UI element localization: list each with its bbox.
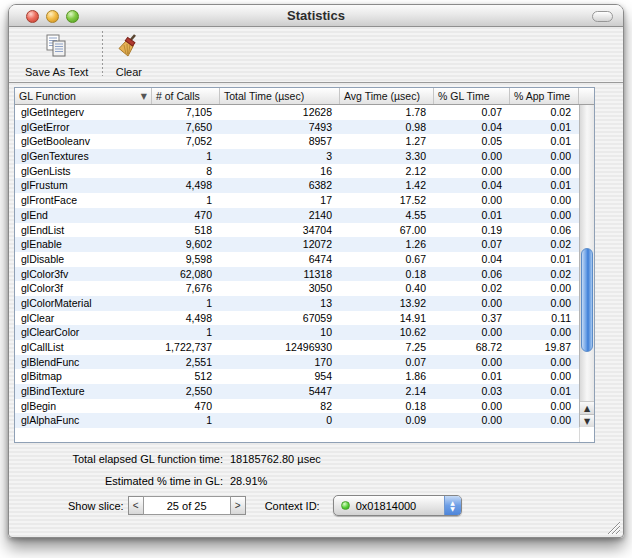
- cell: 1: [152, 413, 220, 428]
- cell: 8: [152, 164, 220, 179]
- table-row[interactable]: glColor3fv62,080113180.180.060.02: [15, 267, 579, 282]
- cell: 0.01: [510, 178, 579, 193]
- column-header[interactable]: Avg Time (µsec): [340, 88, 434, 104]
- cell: 4,498: [152, 178, 220, 193]
- cell: 34704: [220, 223, 340, 238]
- table-row[interactable]: glBlendFunc2,5511700.070.000.00: [15, 355, 579, 370]
- cell: glGetError: [15, 120, 152, 135]
- estimated-time-value: 28.91%: [230, 475, 267, 487]
- total-time-line: Total elapsed GL function time: 18185762…: [25, 453, 321, 465]
- estimated-time-line: Estimated % time in GL: 28.91%: [25, 475, 267, 487]
- cell: glBitmap: [15, 369, 152, 384]
- toolbar: Save As Text Clear: [9, 27, 623, 83]
- clear-button[interactable]: Clear: [115, 33, 142, 78]
- cell: 0.67: [340, 252, 434, 267]
- statistics-window: Statistics Save As Text: [8, 4, 624, 538]
- cell: 0.07: [434, 105, 510, 120]
- next-slice-button[interactable]: >: [231, 496, 246, 515]
- cell: 170: [220, 355, 340, 370]
- cell: 12496930: [220, 340, 340, 355]
- cell: glGetIntegerv: [15, 105, 152, 120]
- slice-input[interactable]: [143, 496, 231, 515]
- vertical-scrollbar[interactable]: ▲ ▼: [579, 105, 594, 427]
- cell: 68.72: [434, 340, 510, 355]
- column-header[interactable]: # of Calls: [152, 88, 220, 104]
- column-header[interactable]: GL Function▼: [15, 88, 152, 104]
- cell: 7,676: [152, 281, 220, 296]
- table-row[interactable]: glClearColor11010.620.000.00: [15, 325, 579, 340]
- cell: 0.01: [510, 252, 579, 267]
- cell: 9,602: [152, 237, 220, 252]
- table-row[interactable]: glFrontFace11717.520.000.00: [15, 193, 579, 208]
- table-row[interactable]: glBitmap5129541.860.010.00: [15, 369, 579, 384]
- context-id-popup[interactable]: 0x01814000 ▲▼: [333, 495, 462, 516]
- cell: 1: [152, 149, 220, 164]
- table-row[interactable]: glDisable9,59864740.670.040.01: [15, 252, 579, 267]
- cell: 0.00: [510, 296, 579, 311]
- toolbar-toggle-button[interactable]: [592, 11, 613, 22]
- table-row[interactable]: glGetBooleanv7,05289571.270.050.01: [15, 134, 579, 149]
- cell: 0.00: [434, 149, 510, 164]
- zoom-button[interactable]: [66, 10, 79, 23]
- cell: 0.01: [510, 134, 579, 149]
- cell: 470: [152, 399, 220, 414]
- table-row[interactable]: glAlphaFunc100.090.000.00: [15, 413, 579, 428]
- table-row[interactable]: glBegin470820.180.000.00: [15, 399, 579, 414]
- cell: 0.05: [434, 134, 510, 149]
- save-as-text-button[interactable]: Save As Text: [25, 33, 88, 78]
- table-row[interactable]: glEnd47021404.550.010.00: [15, 208, 579, 223]
- table-row[interactable]: glCallList1,722,737124969307.2568.7219.8…: [15, 340, 579, 355]
- cell: 1: [152, 325, 220, 340]
- cell: glBegin: [15, 399, 152, 414]
- resize-grip[interactable]: [605, 519, 621, 535]
- cell: 1.27: [340, 134, 434, 149]
- table-row[interactable]: glColorMaterial11313.920.000.00: [15, 296, 579, 311]
- scroll-up-arrow-icon[interactable]: ▲: [580, 401, 594, 414]
- cell: 13: [220, 296, 340, 311]
- scroll-down-arrow-icon[interactable]: ▼: [580, 414, 594, 427]
- cell: 512: [152, 369, 220, 384]
- table-row[interactable]: glBindTexture2,55054472.140.030.01: [15, 384, 579, 399]
- table-row[interactable]: glGenLists8162.120.000.00: [15, 164, 579, 179]
- cell: 0.09: [340, 413, 434, 428]
- cell: 0.00: [434, 413, 510, 428]
- cell: 0.00: [510, 193, 579, 208]
- cell: 0.00: [434, 355, 510, 370]
- column-header[interactable]: Total Time (µsec): [220, 88, 340, 104]
- cell: 0.06: [434, 267, 510, 282]
- previous-slice-button[interactable]: <: [128, 496, 143, 515]
- show-slice-label: Show slice:: [68, 500, 124, 512]
- cell: 0.00: [510, 413, 579, 428]
- close-button[interactable]: [26, 10, 39, 23]
- table-row[interactable]: glFrustum4,49863821.420.040.01: [15, 178, 579, 193]
- popup-stepper-icon: ▲▼: [444, 495, 461, 516]
- cell: 0.06: [510, 223, 579, 238]
- cell: 0.18: [340, 399, 434, 414]
- table-row[interactable]: glClear4,4986705914.910.370.11: [15, 311, 579, 326]
- statistics-table: GL Function▼# of CallsTotal Time (µsec)A…: [14, 87, 595, 443]
- table-row[interactable]: glEnable9,602120721.260.070.02: [15, 237, 579, 252]
- save-as-text-label: Save As Text: [25, 66, 88, 78]
- cell: 0.07: [340, 355, 434, 370]
- table-row[interactable]: glColor3f7,67630500.400.020.00: [15, 281, 579, 296]
- bottom-controls: Show slice: < > Context ID: 0x01814000 ▲…: [68, 495, 462, 516]
- minimize-button[interactable]: [46, 10, 59, 23]
- table-row[interactable]: glGenTextures133.300.000.00: [15, 149, 579, 164]
- cell: 2.12: [340, 164, 434, 179]
- cell: glGetBooleanv: [15, 134, 152, 149]
- scrollbar-thumb[interactable]: [581, 248, 593, 352]
- column-header[interactable]: % App Time: [510, 88, 579, 104]
- column-header[interactable]: % GL Time: [434, 88, 510, 104]
- column-header-padding: [579, 88, 594, 104]
- context-id-value: 0x01814000: [356, 500, 417, 512]
- cell: 0.98: [340, 120, 434, 135]
- window-title: Statistics: [9, 8, 623, 23]
- table-row[interactable]: glEndList5183470467.000.190.06: [15, 223, 579, 238]
- cell: 0.40: [340, 281, 434, 296]
- total-time-label: Total elapsed GL function time:: [25, 453, 223, 465]
- table-row[interactable]: glGetIntegerv7,105126281.780.070.02: [15, 105, 579, 120]
- table-row[interactable]: glGetError7,65074930.980.040.01: [15, 120, 579, 135]
- cell: 0.02: [510, 267, 579, 282]
- title-bar[interactable]: Statistics: [9, 5, 623, 27]
- cell: glBlendFunc: [15, 355, 152, 370]
